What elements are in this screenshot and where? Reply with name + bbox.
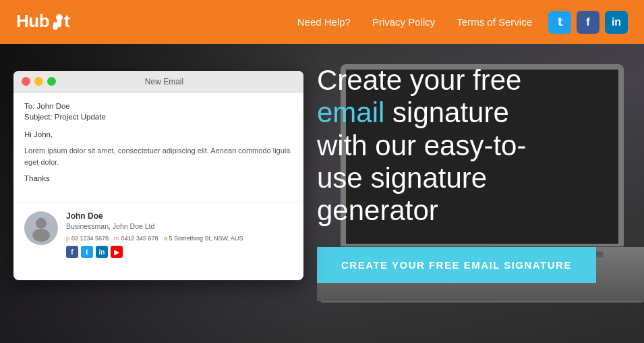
email-window-mockup: New Email To: John Doe Subject: Project … [13,71,303,280]
address-text: 5 Something St, NSW, AUS [169,235,243,242]
svg-rect-1 [57,18,61,27]
avatar-silhouette-icon [28,215,55,242]
signature-phone: p 02 1234 5678 [66,234,109,242]
svg-point-4 [36,218,47,229]
email-signature-block: John Doe Businessman, John Doe Ltd p 02 … [13,203,303,258]
signature-info: John Doe Businessman, John Doe Ltd p 02 … [66,211,293,258]
cta-button[interactable]: CREATE YOUR FREE EMAIL SIGNATURE [317,247,596,283]
hero-text-block: Create your free email signature with ou… [317,64,631,283]
email-subject-field: Subject: Project Update [24,113,293,121]
address-label: a [164,234,167,242]
email-body: To: John Doe Subject: Project Update Hi … [13,93,303,203]
email-body-text: Lorem ipsum dolor sit amet, consectetuer… [24,145,293,167]
window-titlebar: New Email [13,71,303,93]
signature-name: John Doe [66,211,293,221]
facebook-social-button[interactable]: f [577,11,599,34]
window-title: New Email [60,77,268,86]
phone-label: p [66,234,69,242]
mobile-number: 0412 345 678 [121,235,158,242]
hero-email-word: email [317,97,384,128]
svg-point-5 [32,229,50,242]
window-minimize-button [34,77,43,86]
logo: Hub t [16,11,69,32]
nav-terms-link[interactable]: Terms of Service [457,16,532,28]
nav: Need Help? Privacy Policy Terms of Servi… [297,16,532,28]
signature-mobile: m 0412 345 678 [114,234,158,242]
email-thanks: Thanks [24,174,293,182]
signature-twitter-icon: t [81,246,93,258]
logo-text: Hub t [16,11,69,32]
nav-privacy-link[interactable]: Privacy Policy [372,16,435,28]
twitter-icon: 𝕥 [558,16,562,28]
linkedin-social-button[interactable]: in [605,11,628,34]
email-greeting: Hi John, [24,130,293,138]
signature-title: Businessman, John Doe Ltd [66,222,293,230]
window-maximize-button [47,77,56,86]
signature-contact: p 02 1234 5678 m 0412 345 678 a 5 Someth… [66,234,293,242]
signature-youtube-icon: ▶ [111,246,123,258]
linkedin-icon: in [612,16,621,28]
email-to-field: To: John Doe [24,102,293,110]
facebook-icon: f [586,16,589,28]
phone-number: 02 1234 5678 [71,235,109,242]
signature-social-icons: f t in ▶ [66,246,293,258]
hero-section: New Email To: John Doe Subject: Project … [0,44,644,343]
header: Hub t Need Help? Privacy Policy Terms of… [0,0,644,44]
nav-help-link[interactable]: Need Help? [297,16,351,28]
svg-point-3 [53,24,58,30]
mobile-label: m [114,234,119,242]
signature-address-container: a 5 Something St, NSW, AUS [164,234,243,242]
twitter-social-button[interactable]: 𝕥 [548,11,571,34]
window-close-button [22,77,30,86]
hubspot-logo-icon [49,13,64,32]
social-icons: 𝕥 f in [548,11,628,34]
signature-avatar [24,211,58,245]
signature-facebook-icon: f [66,246,78,258]
signature-linkedin-icon: in [96,246,108,258]
hero-headline: Create your free email signature with ou… [317,64,631,227]
